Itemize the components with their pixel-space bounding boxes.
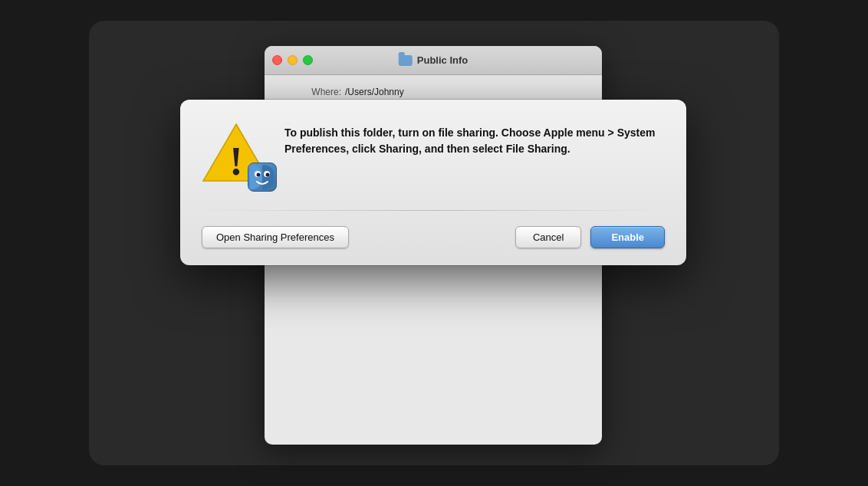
open-sharing-prefs-button[interactable]: Open Sharing Preferences <box>202 226 349 248</box>
svg-text:!: ! <box>229 140 242 183</box>
cancel-button[interactable]: Cancel <box>515 226 581 248</box>
alert-dialog: ! <box>180 100 686 265</box>
alert-body: ! <box>202 121 665 190</box>
warning-icon-wrap: ! <box>202 121 271 190</box>
titlebar: Public Info <box>265 46 602 75</box>
close-button[interactable] <box>272 55 282 65</box>
enable-button[interactable]: Enable <box>590 226 665 248</box>
svg-point-6 <box>266 173 270 177</box>
alert-message: To publish this folder, turn on file sha… <box>284 121 665 190</box>
folder-icon <box>399 55 413 66</box>
where-row: Where: /Users/Johnny <box>280 87 587 97</box>
svg-point-5 <box>257 173 261 177</box>
finder-face-svg <box>250 165 275 189</box>
window-title: Public Info <box>399 54 468 66</box>
alert-buttons: Open Sharing Preferences Cancel Enable <box>202 226 665 248</box>
maximize-button[interactable] <box>303 55 313 65</box>
dialog-separator <box>202 210 665 211</box>
finder-badge <box>248 163 277 192</box>
minimize-button[interactable] <box>288 55 298 65</box>
